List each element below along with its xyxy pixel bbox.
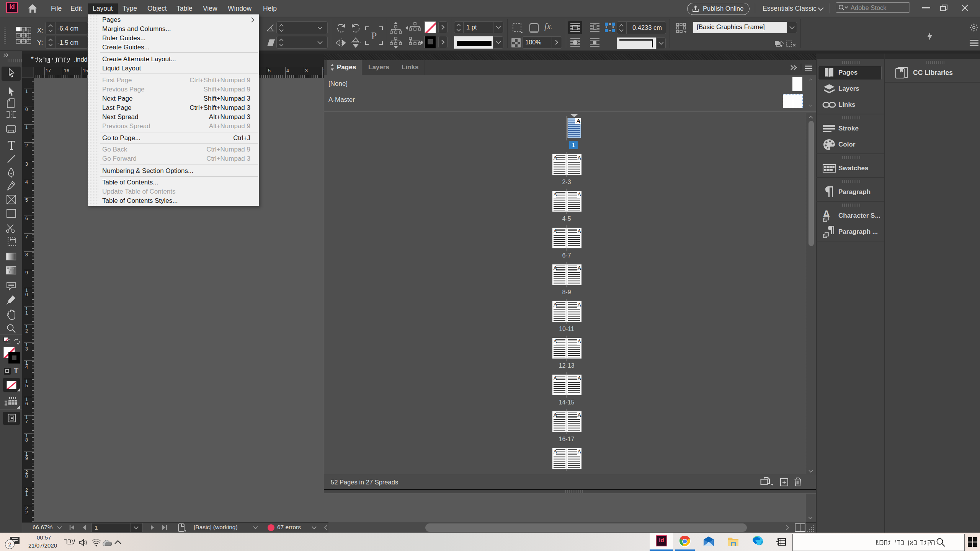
svg-text:P: P	[371, 30, 377, 41]
